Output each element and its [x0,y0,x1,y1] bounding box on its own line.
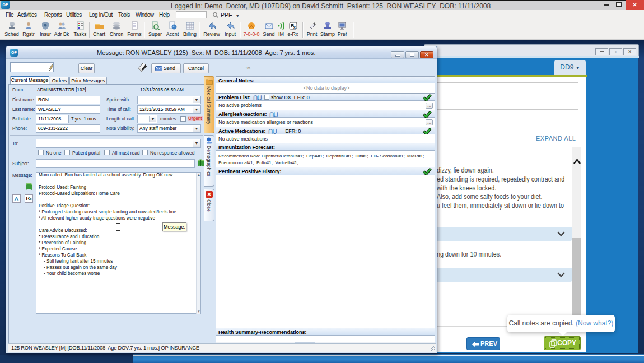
svg-text:x: x [293,25,296,29]
